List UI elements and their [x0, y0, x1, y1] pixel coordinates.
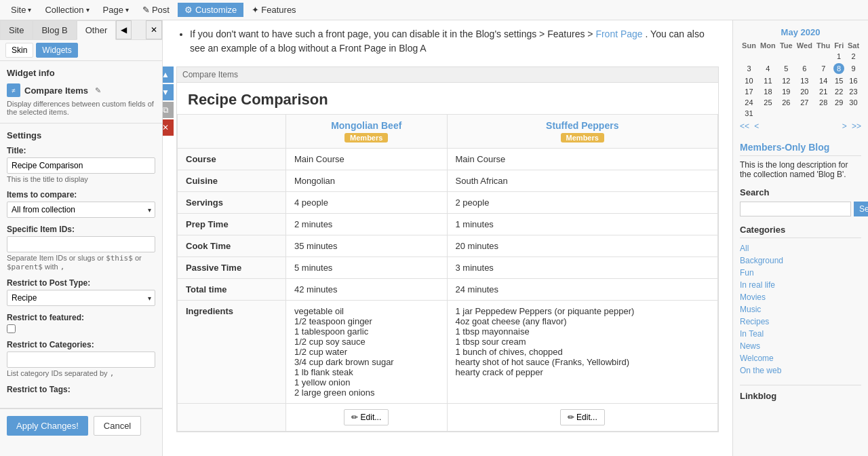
category-link[interactable]: Background [740, 256, 783, 265]
category-link[interactable]: Music [740, 305, 761, 314]
cal-day[interactable]: 8 [832, 62, 846, 75]
featured-posts-title: Featured Posts [176, 443, 719, 456]
cal-day[interactable]: 18 [758, 86, 778, 97]
front-page-link[interactable]: Front Page [595, 28, 642, 39]
cal-day[interactable]: 10 [740, 75, 758, 86]
cal-next-button[interactable]: > [842, 121, 847, 131]
tab-site[interactable]: Site [0, 20, 33, 39]
category-link[interactable]: In Teal [740, 329, 764, 339]
cal-day[interactable]: 24 [740, 97, 758, 108]
cal-day [795, 108, 814, 119]
tab-other[interactable]: Other [77, 20, 117, 40]
widget-copy-button[interactable]: ⧉ [163, 102, 174, 118]
cal-prev-prev-button[interactable]: << [740, 121, 749, 131]
cal-day [814, 108, 832, 119]
compare-cell: 1 jar Peppedew Peppers (or piquante pepp… [447, 301, 718, 404]
cal-day [778, 108, 795, 119]
cal-day[interactable]: 2 [846, 51, 861, 62]
tags-label: Restrict to Tags: [7, 385, 155, 394]
edit-widget-icon[interactable]: ✎ [95, 86, 101, 95]
category-link[interactable]: Welcome [740, 354, 774, 363]
cal-day[interactable]: 1 [832, 51, 846, 62]
categories-input[interactable] [7, 352, 155, 368]
cal-day[interactable]: 4 [758, 62, 778, 75]
cal-day[interactable]: 31 [740, 108, 758, 119]
cal-day[interactable]: 13 [795, 75, 814, 86]
cal-day[interactable]: 20 [795, 86, 814, 97]
cal-prev-button[interactable]: < [754, 121, 759, 131]
categories-section: Categories AllBackgroundFunIn real lifeM… [740, 225, 861, 377]
cal-day[interactable]: 14 [814, 75, 832, 86]
featured-label: Restrict to featured: [7, 313, 155, 322]
widget-delete-button[interactable]: ✕ [163, 119, 174, 136]
cal-day[interactable]: 29 [832, 97, 846, 108]
widget-icon-row: ≠ Compare Items ✎ [7, 83, 155, 97]
col-header-1: Stuffed Peppers Members [447, 115, 718, 149]
search-button[interactable]: Search [854, 202, 868, 216]
nav-page[interactable]: Page ▾ [98, 2, 134, 18]
nav-collection[interactable]: Collection ▾ [39, 2, 94, 18]
title-input[interactable] [7, 157, 155, 174]
cal-day[interactable]: 11 [758, 75, 778, 86]
cal-day[interactable]: 23 [846, 86, 861, 97]
cal-day[interactable]: 26 [778, 97, 795, 108]
cal-day[interactable]: 22 [832, 86, 846, 97]
nav-customize[interactable]: ⚙ Customize [178, 3, 243, 17]
nav-post[interactable]: ✎ Post [137, 2, 175, 18]
category-link[interactable]: Fun [740, 268, 754, 278]
cal-day[interactable]: 6 [795, 62, 814, 75]
cal-day[interactable]: 17 [740, 86, 758, 97]
close-button[interactable]: ✕ [146, 20, 162, 39]
cal-day[interactable]: 27 [795, 97, 814, 108]
cal-day[interactable]: 28 [814, 97, 832, 108]
compare-cell: 1 minutes [447, 214, 718, 235]
cal-day[interactable]: 25 [758, 97, 778, 108]
specific-ids-input[interactable] [7, 236, 155, 252]
recipe-comparison-title: Recipe Comparison [177, 83, 718, 114]
members-badge-0: Members [344, 133, 388, 142]
cal-day[interactable]: 3 [740, 62, 758, 75]
tab-blog-b[interactable]: Blog B [33, 20, 76, 39]
featured-checkbox[interactable] [7, 324, 16, 333]
nav-site[interactable]: Site ▾ [5, 2, 37, 18]
post-type-select-wrapper: Recipe Post Page ▾ [7, 290, 155, 306]
cal-day-header: Mon [758, 40, 778, 51]
chevron-down-icon: ▾ [125, 6, 129, 14]
cal-day[interactable]: 15 [832, 75, 846, 86]
search-input[interactable] [740, 202, 851, 216]
category-link[interactable]: Movies [740, 292, 766, 302]
tab-widgets[interactable]: Widgets [36, 43, 77, 58]
category-link[interactable]: On the web [740, 366, 781, 375]
compare-table: Mongolian Beef Members Stuffed Peppers M… [177, 114, 718, 432]
title-hint: This is the title to display [7, 175, 155, 183]
widget-move-up-button[interactable]: ▲ [163, 66, 174, 83]
cal-day[interactable]: 30 [846, 97, 861, 108]
category-link[interactable]: News [740, 341, 760, 351]
categories-hint: List category IDs separated by , [7, 369, 155, 378]
cal-day[interactable]: 5 [778, 62, 795, 75]
cal-next-next-button[interactable]: >> [852, 121, 861, 131]
back-button[interactable]: ◀ [116, 20, 132, 39]
compare-cell: South African [447, 170, 718, 192]
cal-day[interactable]: 16 [846, 75, 861, 86]
nav-features[interactable]: ✦ Features [246, 2, 301, 18]
compare-field-label: Prep Time [178, 214, 286, 235]
category-link[interactable]: In real life [740, 280, 775, 290]
cal-day[interactable]: 9 [846, 62, 861, 75]
category-link[interactable]: All [740, 244, 749, 253]
edit-button[interactable]: ✏ Edit... [344, 409, 389, 425]
cal-day[interactable]: 19 [778, 86, 795, 97]
apply-button[interactable]: Apply Changes! [7, 416, 88, 436]
empty-header [178, 115, 286, 149]
items-select[interactable]: All from collection Specific Items [7, 202, 155, 218]
cal-day[interactable]: 21 [814, 86, 832, 97]
cal-day[interactable]: 12 [778, 75, 795, 86]
edit-button[interactable]: ✏ Edit... [560, 409, 605, 425]
cancel-button[interactable]: Cancel [94, 416, 141, 436]
category-link[interactable]: Recipes [740, 317, 769, 326]
cal-day[interactable]: 7 [814, 62, 832, 75]
widget-move-down-button[interactable]: ▼ [163, 84, 174, 100]
compare-cell: 2 minutes [286, 214, 448, 235]
post-type-select[interactable]: Recipe Post Page [7, 290, 155, 306]
tab-skin[interactable]: Skin [5, 43, 33, 58]
